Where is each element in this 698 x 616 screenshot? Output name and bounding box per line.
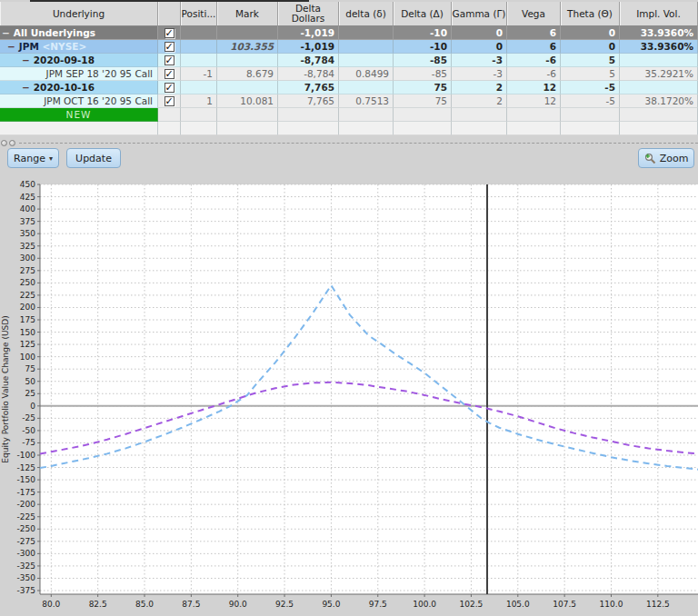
column-header-mark[interactable]: Mark — [217, 2, 278, 26]
table-body: −All Underlyings✓-1,019-1006033.9360%−JP… — [0, 26, 698, 135]
row-checkbox[interactable]: ✓ — [165, 83, 174, 93]
position-cell — [181, 122, 217, 135]
chart-toolbar: Range ▾ Update Zoom — [0, 148, 698, 172]
svg-text:-350: -350 — [17, 573, 36, 582]
table-row[interactable]: −2020-10-16✓7,76575212-5 — [0, 81, 698, 94]
column-header-theta[interactable]: Theta (Θ) — [561, 2, 620, 26]
theta-cell: 0 — [561, 40, 620, 54]
column-header-label[interactable]: Underlying — [0, 2, 158, 26]
svg-text:225: 225 — [20, 291, 35, 300]
svg-text:-125: -125 — [17, 463, 35, 472]
table-header-row: UnderlyingPositi...MarkDelta Dollarsdelt… — [0, 2, 698, 26]
delta-cell — [394, 122, 452, 135]
theta-cell — [561, 108, 620, 122]
row-checkbox[interactable]: ✓ — [165, 55, 174, 65]
svg-text:82.5: 82.5 — [89, 600, 107, 609]
delta-cell — [339, 122, 394, 135]
svg-text:-275: -275 — [17, 537, 35, 546]
svg-text:200: 200 — [20, 303, 35, 312]
column-header-impl_vol[interactable]: Impl. Vol. — [620, 2, 698, 26]
column-header-Delta[interactable]: Delta (Δ) — [394, 2, 452, 26]
svg-text:100: 100 — [20, 353, 35, 362]
svg-text:25: 25 — [25, 389, 35, 398]
row-checkbox[interactable]: ✓ — [165, 96, 174, 106]
underlying-cell: −2020-09-18 — [0, 54, 158, 67]
zoom-button[interactable]: Zoom — [638, 148, 694, 168]
tree-collapse-icon[interactable]: − — [7, 40, 15, 53]
svg-text:85.0: 85.0 — [135, 600, 154, 609]
svg-text:-200: -200 — [17, 500, 36, 509]
svg-text:0: 0 — [30, 402, 35, 411]
splitter-expand-icon[interactable] — [9, 140, 15, 146]
svg-text:102.5: 102.5 — [460, 600, 484, 609]
chart-canvas[interactable]: 4504254003753503253002752502252001751501… — [0, 178, 698, 616]
gamma-cell: 0 — [452, 40, 507, 54]
tree-collapse-icon[interactable]: − — [22, 54, 30, 66]
svg-text:112.5: 112.5 — [646, 600, 670, 609]
column-header-delta_dollars[interactable]: Delta Dollars — [278, 2, 339, 26]
row-checkbox[interactable]: ✓ — [165, 69, 174, 79]
column-header-position[interactable]: Positi... — [181, 2, 217, 26]
svg-text:80.0: 80.0 — [42, 600, 60, 609]
impl_vol-cell: 33.9360% — [620, 40, 698, 54]
table-row[interactable]: −2020-09-18✓-8,784-85-3-65 — [0, 54, 698, 67]
theta-cell: 5 — [561, 54, 620, 67]
x-axis-ticks: 80.082.585.087.590.092.595.097.5100.0102… — [42, 594, 669, 609]
svg-text:-375: -375 — [17, 586, 35, 595]
row-checkbox[interactable]: ✓ — [165, 28, 174, 38]
update-button[interactable]: Update — [66, 148, 121, 168]
table-row[interactable]: JPM OCT 16 '20 95 Call✓110.0817,7650.751… — [0, 94, 698, 108]
positions-table: UnderlyingPositi...MarkDelta Dollarsdelt… — [0, 2, 698, 135]
vega-cell: 6 — [507, 26, 561, 40]
table-row[interactable]: NEW — [0, 108, 698, 122]
delta-cell: 75 — [394, 81, 452, 94]
column-header-delta[interactable]: delta (δ) — [339, 2, 394, 26]
checkbox-cell: ✓ — [158, 94, 181, 108]
underlying-label: 2020-09-18 — [34, 55, 95, 65]
gamma-cell: 0 — [452, 26, 507, 40]
column-header-checked[interactable] — [158, 2, 181, 26]
exchange-label: <NYSE> — [39, 41, 86, 52]
position-cell — [181, 108, 217, 122]
delta-cell: -10 — [394, 26, 452, 40]
splitter-line — [19, 143, 698, 144]
vega-cell — [507, 108, 561, 122]
svg-text:450: 450 — [20, 180, 35, 189]
underlying-cell: JPM SEP 18 '20 95 Call — [0, 67, 158, 81]
delta-cell: 0.7513 — [339, 94, 394, 108]
y-axis-label: Equity Portfolio Value Change (USD) — [1, 315, 10, 462]
row-checkbox[interactable]: ✓ — [165, 42, 174, 52]
svg-text:97.5: 97.5 — [369, 600, 387, 609]
impl_vol-cell — [620, 81, 698, 94]
tree-collapse-icon[interactable]: − — [2, 26, 10, 39]
table-row[interactable]: JPM SEP 18 '20 95 Call✓-18.679-8,7840.84… — [0, 67, 698, 81]
underlying-label: JPM OCT 16 '20 95 Call — [44, 95, 153, 106]
position-cell — [181, 54, 217, 67]
table-row[interactable]: −JPM <NYSE>✓103.355-1,019-1006033.9360% — [0, 40, 698, 54]
svg-text:-300: -300 — [17, 549, 36, 558]
mark-cell — [217, 122, 278, 135]
table-row[interactable] — [0, 122, 698, 135]
delta-cell: -10 — [394, 40, 452, 54]
impl_vol-cell: 38.1720% — [620, 94, 698, 108]
checkbox-cell: ✓ — [158, 26, 181, 40]
mark-cell: 10.081 — [217, 94, 278, 108]
svg-text:100.0: 100.0 — [413, 600, 436, 609]
svg-text:400: 400 — [20, 204, 35, 214]
range-button-label: Range — [14, 153, 45, 164]
vega-cell: 6 — [507, 40, 561, 54]
range-button[interactable]: Range ▾ — [7, 148, 59, 168]
position-cell: 1 — [181, 94, 217, 108]
column-header-gamma[interactable]: Gamma (Γ) — [452, 2, 507, 26]
splitter-collapse-icon[interactable] — [1, 140, 7, 146]
checkbox-cell: ✓ — [158, 67, 181, 81]
column-header-vega[interactable]: Vega — [507, 2, 561, 26]
svg-text:300: 300 — [20, 253, 35, 263]
impl_vol-cell: 35.2921% — [620, 67, 698, 81]
table-row[interactable]: −All Underlyings✓-1,019-1006033.9360% — [0, 26, 698, 40]
svg-text:425: 425 — [20, 193, 35, 202]
delta_dollars-cell: -1,019 — [278, 26, 339, 40]
underlying-label: 2020-10-16 — [34, 82, 95, 93]
tree-collapse-icon[interactable]: − — [22, 81, 30, 94]
gamma-cell: 2 — [452, 81, 507, 94]
